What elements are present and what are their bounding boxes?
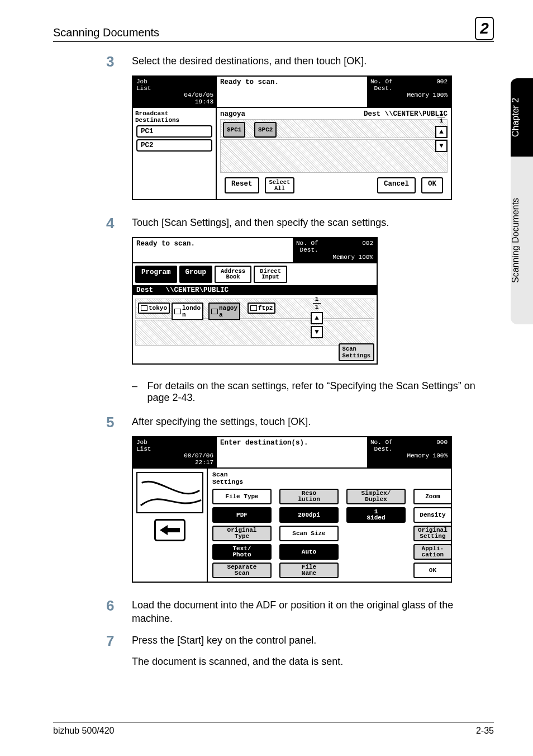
scroll-down-button-2[interactable]: ▼ <box>311 326 323 338</box>
file-name-button[interactable]: File Name <box>279 563 339 578</box>
scroll-down-button[interactable]: ▼ <box>435 140 448 152</box>
noof-label-2: No. Of Dest. <box>296 240 318 253</box>
simplex-duplex-value: 1 Sided <box>346 507 406 523</box>
noof-label-3: No. Of Dest. <box>370 439 393 452</box>
page-fraction: 1 1 <box>437 110 445 124</box>
status-text: Ready to scan. <box>217 77 367 107</box>
ok-button[interactable]: OK <box>421 177 443 193</box>
smb-icon <box>141 305 147 311</box>
zoom-button[interactable]: Zoom <box>413 489 452 504</box>
side-tab-section: Scanning Documents <box>511 157 533 324</box>
dest-label: Dest <box>364 110 380 118</box>
dest-chip-pc2[interactable]: $PC2 <box>254 122 277 138</box>
job-list-label-3[interactable]: Job List <box>136 439 213 452</box>
scan-settings-button[interactable]: Scan Settings <box>339 343 374 361</box>
back-arrow-button[interactable] <box>154 519 185 541</box>
resolution-button[interactable]: Reso lution <box>279 489 339 504</box>
reset-button[interactable]: Reset <box>225 177 259 193</box>
screen-broadcast-destinations: Job List 04/06/05 19:43 Ready to scan. N… <box>132 75 452 200</box>
memory-status: Memory 100% <box>370 92 448 98</box>
dest-name: nagoya <box>220 110 245 118</box>
simplex-duplex-button[interactable]: Simplex/ Duplex <box>346 489 406 504</box>
noof-value: 002 <box>436 78 448 92</box>
smb-icon <box>174 309 181 314</box>
footer-model: bizhub 500/420 <box>53 726 114 736</box>
step-number-6: 6 <box>106 598 132 626</box>
density-button[interactable]: Density <box>413 507 452 523</box>
side-tab: Chapter 2 Scanning Documents <box>511 78 533 324</box>
file-type-value: PDF <box>212 507 272 523</box>
dest-path-2: \\CENTER\PUBLIC <box>166 286 229 294</box>
bullet-dash: – <box>132 380 147 404</box>
file-type-button[interactable]: File Type <box>212 489 272 504</box>
footer-page: 2-35 <box>476 726 494 736</box>
original-setting-button[interactable]: Original Setting <box>413 526 452 541</box>
page-fraction-2: 1 1 <box>313 296 321 310</box>
step-text-6: Load the document into the ADF or positi… <box>132 598 494 626</box>
broadcast-title: Broadcast Destinations <box>135 110 213 124</box>
select-all-button[interactable]: Select All <box>265 177 295 193</box>
step-text-7: Press the [Start] key on the control pan… <box>132 634 494 647</box>
smb-icon <box>211 309 218 314</box>
job-list-label[interactable]: Job List <box>136 78 213 92</box>
memory-status-2: Memory 100% <box>296 254 373 261</box>
step-4-note: For details on the scan settings, refer … <box>147 380 494 404</box>
preview-thumbnail <box>136 472 203 513</box>
addr-chip-tokyo[interactable]: tokyo <box>138 303 170 314</box>
screen-scan-main: Ready to scan. No. Of Dest. 002 Memory 1… <box>132 237 378 364</box>
original-type-button[interactable]: Original Type <box>212 526 272 541</box>
scroll-up-button[interactable]: ▲ <box>435 126 448 138</box>
step-7-result: The document is scanned, and the data is… <box>132 655 494 668</box>
datetime-3: 08/07/06 22:17 <box>136 452 213 466</box>
scroll-up-button-2[interactable]: ▲ <box>311 312 323 324</box>
addr-chip-ftp2[interactable]: ftp2 <box>248 303 275 314</box>
step-text-3: Select the desired destinations, and the… <box>132 54 494 69</box>
status-text-2: Ready to scan. <box>133 238 293 262</box>
noof-value-3: 000 <box>436 439 448 452</box>
step-number-3: 3 <box>106 54 132 69</box>
application-button[interactable]: Appli- cation <box>413 544 452 560</box>
step-text-4: Touch [Scan Settings], and then specify … <box>132 216 494 230</box>
scan-settings-title: Scan Settings <box>208 469 455 485</box>
pc2-button[interactable]: PC2 <box>136 139 212 152</box>
ftp-icon <box>250 305 257 311</box>
dest-label-2: Dest <box>136 286 153 294</box>
step-number-4: 4 <box>106 216 132 230</box>
cancel-button[interactable]: Cancel <box>377 177 416 193</box>
step-number-7: 7 <box>106 634 132 669</box>
tab-program[interactable]: Program <box>135 266 177 283</box>
noof-value-2: 002 <box>362 240 373 253</box>
resolution-value: 200dpi <box>279 507 339 523</box>
step-number-5: 5 <box>106 415 132 429</box>
datetime: 04/06/05 19:43 <box>136 92 213 105</box>
chapter-badge: 2 <box>475 17 494 40</box>
ok-button-3[interactable]: OK <box>413 563 452 578</box>
page-header-title: Scanning Documents <box>53 26 475 39</box>
scan-size-button[interactable]: Scan Size <box>279 526 339 541</box>
addr-chip-london[interactable]: londo n <box>172 303 203 320</box>
dest-chip-pc1[interactable]: $PC1 <box>223 122 245 138</box>
screen-scan-settings: Job List 08/07/06 22:17 Enter destinatio… <box>132 436 452 583</box>
original-type-value: Text/ Photo <box>212 544 272 560</box>
tab-direct-input[interactable]: Direct Input <box>254 266 287 283</box>
addr-chip-nagoya[interactable]: nagoy a <box>208 303 240 320</box>
side-tab-chapter: Chapter 2 <box>511 78 533 157</box>
memory-status-3: Memory 100% <box>370 452 448 459</box>
tab-address-book[interactable]: Address Book <box>215 266 251 283</box>
step-text-5: After specifying the settings, touch [OK… <box>132 415 494 429</box>
separate-scan-button[interactable]: Separate Scan <box>212 563 272 578</box>
tab-group[interactable]: Group <box>179 266 213 283</box>
pc1-button[interactable]: PC1 <box>136 125 212 138</box>
scan-size-value: Auto <box>279 544 339 560</box>
status-text-3: Enter destination(s). <box>217 437 367 467</box>
noof-label: No. Of Dest. <box>370 78 393 92</box>
